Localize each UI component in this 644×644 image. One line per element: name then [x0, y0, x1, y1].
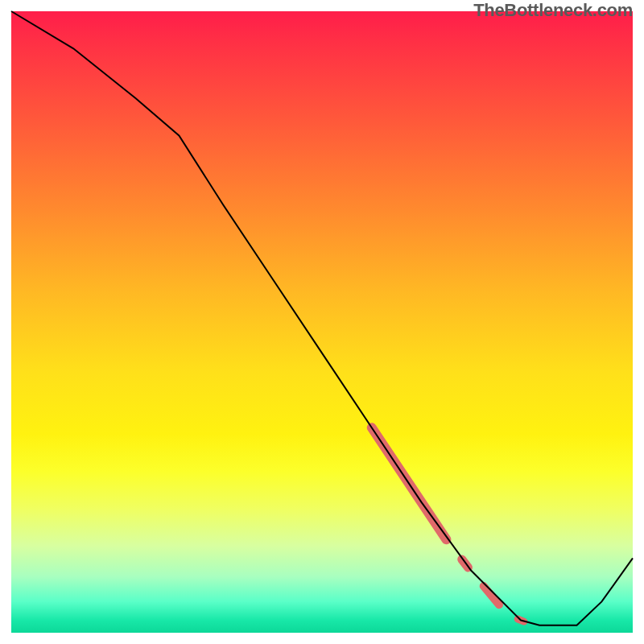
- chart-container: TheBottleneck.com: [0, 0, 644, 644]
- chart-svg-layer: [0, 0, 644, 644]
- highlight-group: [372, 427, 524, 621]
- chart-line: [11, 11, 633, 625]
